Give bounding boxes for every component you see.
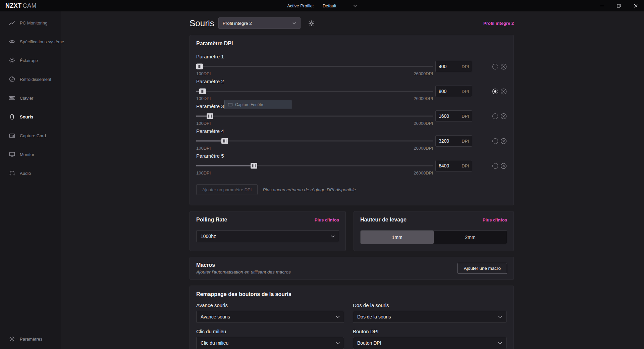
remove-dpi-icon[interactable]	[500, 138, 507, 144]
remap-dpi-button-select[interactable]: Bouton DPI	[353, 337, 506, 349]
chevron-down-icon	[353, 5, 357, 7]
chevron-down-icon	[336, 342, 340, 344]
remap-field-label: Dos de la souris	[353, 302, 506, 308]
remap-middle-click-select[interactable]: Clic du milieu	[196, 337, 344, 349]
remap-field-label: Avance souris	[196, 302, 344, 308]
dpi-value-input[interactable]	[439, 113, 459, 119]
polling-rate-value: 1000hz	[201, 234, 216, 239]
button-remap-card: Remappage des boutons de la souris Avanc…	[190, 286, 514, 349]
lift-option-2mm[interactable]: 2mm	[434, 231, 507, 244]
dpi-value-box: DPI	[435, 86, 472, 97]
minimize-button[interactable]	[594, 0, 610, 11]
dpi-slider[interactable]	[196, 61, 433, 72]
dpi-active-radio[interactable]	[492, 138, 498, 144]
slider-handle[interactable]	[199, 89, 206, 94]
close-button[interactable]	[627, 0, 644, 11]
remap-back-select[interactable]: Dos de la souris	[353, 311, 506, 323]
dpi-setting-label: Paramètre 4	[196, 128, 507, 134]
remap-select-value: Clic du milieu	[201, 340, 228, 346]
monitor-icon	[9, 151, 15, 158]
sidebar-item-capture-card[interactable]: Capture Card	[0, 126, 61, 145]
sidebar-item-parametres[interactable]: Paramètres	[0, 330, 61, 348]
remap-forward-select[interactable]: Avance souris	[196, 311, 344, 323]
keyboard-icon	[9, 95, 15, 101]
remove-dpi-icon[interactable]	[500, 163, 507, 169]
restore-button[interactable]	[610, 0, 627, 11]
dpi-setting-row-5: Paramètre 5 DPI	[196, 153, 507, 176]
dpi-value-box: DPI	[435, 110, 472, 122]
remap-field-forward: Avance souris Avance souris	[196, 302, 344, 323]
lighting-icon	[9, 57, 15, 64]
dpi-value-box: DPI	[435, 61, 472, 72]
restore-icon	[617, 4, 621, 8]
dpi-active-radio[interactable]	[492, 163, 498, 169]
close-icon	[634, 4, 638, 8]
active-profile-value: Default	[323, 3, 336, 8]
gear-icon	[9, 336, 15, 342]
lift-more-info-link[interactable]: Plus d'infos	[483, 217, 507, 222]
lift-height-title: Hauteur de levage	[360, 217, 407, 223]
add-dpi-setting-button[interactable]: Ajouter un paramètre DPI	[196, 184, 258, 195]
remove-dpi-icon[interactable]	[500, 88, 507, 95]
dpi-slider[interactable]	[196, 160, 433, 171]
slider-handle[interactable]	[221, 138, 228, 144]
active-profile-dropdown[interactable]: Active Profile: Default	[287, 0, 357, 11]
macros-title: Macros	[196, 262, 291, 268]
headphones-icon	[9, 170, 15, 177]
sidebar-item-label: Refroidissement	[20, 77, 51, 82]
capture-overlay-label: Capture Fenêtre	[235, 102, 264, 107]
polling-more-info-link[interactable]: Plus d'infos	[315, 217, 339, 222]
profile-badge: Profil intégré 2	[483, 21, 514, 26]
sidebar-item-eclairage[interactable]: Éclairage	[0, 51, 61, 70]
sidebar-item-souris[interactable]: Souris	[0, 107, 61, 126]
remap-field-back: Dos de la souris Dos de la souris	[353, 302, 506, 323]
profile-select[interactable]: Profil intégré 2	[218, 17, 301, 29]
dpi-slider[interactable]	[196, 135, 433, 147]
sidebar-item-refroidissement[interactable]: Refroidissement	[0, 70, 61, 89]
slider-track	[196, 165, 433, 166]
remap-field-dpi-button: Bouton DPI Bouton DPI	[353, 329, 506, 349]
dpi-max-label: 26000DPI	[414, 171, 433, 176]
dpi-value-input[interactable]	[439, 163, 459, 168]
profile-settings-gear-icon[interactable]	[308, 20, 315, 27]
remove-dpi-icon[interactable]	[500, 63, 507, 70]
dpi-value-box: DPI	[435, 160, 472, 171]
slider-track	[196, 91, 433, 92]
chevron-down-icon	[331, 235, 335, 238]
dpi-value-input[interactable]	[439, 89, 459, 94]
slider-handle[interactable]	[207, 113, 213, 119]
minimize-icon	[600, 6, 604, 6]
active-profile-label: Active Profile:	[287, 3, 314, 8]
sidebar-item-audio[interactable]: Audio	[0, 164, 61, 183]
polling-rate-select[interactable]: 1000hz	[196, 230, 339, 242]
dpi-active-radio[interactable]	[492, 64, 498, 69]
sidebar-item-specifications-systeme[interactable]: Spécifications système	[0, 32, 61, 51]
dpi-active-radio[interactable]	[492, 89, 498, 94]
lift-height-card: Hauteur de levage Plus d'infos 1mm 2mm	[354, 211, 514, 251]
dpi-value-input[interactable]	[439, 64, 459, 69]
polling-rate-card: Polling Rate Plus d'infos 1000hz	[190, 211, 346, 251]
dpi-slider[interactable]	[196, 86, 433, 97]
logo-nzxt: NZXT	[5, 2, 22, 9]
dpi-setting-label: Paramètre 5	[196, 153, 507, 159]
capture-window-overlay: Capture Fenêtre	[224, 100, 291, 109]
chevron-down-icon	[336, 316, 340, 318]
dpi-value-input[interactable]	[439, 138, 459, 144]
remap-select-value: Dos de la souris	[357, 314, 391, 319]
add-macro-button[interactable]: Ajouter une macro	[458, 263, 507, 274]
remap-field-label: Bouton DPI	[353, 329, 506, 334]
dpi-active-radio[interactable]	[492, 113, 498, 119]
sidebar-item-clavier[interactable]: Clavier	[0, 89, 61, 107]
remap-field-middle-click: Clic du milieu Clic du milieu	[196, 329, 344, 349]
dpi-slider[interactable]	[196, 110, 433, 122]
dpi-setting-row-2: Paramètre 2 DPI	[196, 79, 507, 101]
lift-option-1mm[interactable]: 1mm	[361, 231, 434, 244]
dpi-setting-row-1: Paramètre 1 DPI	[196, 54, 507, 76]
remove-dpi-icon[interactable]	[500, 113, 507, 119]
lift-height-segmented: 1mm 2mm	[360, 230, 507, 244]
macros-card: Macros Ajouter l'automatisation en utili…	[190, 257, 514, 280]
sidebar-item-pc-monitoring[interactable]: PC Monitoring	[0, 13, 61, 32]
slider-handle[interactable]	[196, 64, 203, 69]
sidebar-item-monitor[interactable]: Monitor	[0, 145, 61, 164]
slider-handle[interactable]	[251, 163, 257, 169]
